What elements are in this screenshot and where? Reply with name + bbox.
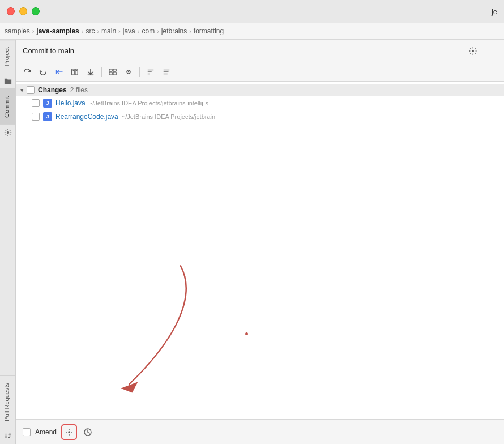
java-file-icon: J (43, 99, 52, 108)
commit-settings-button[interactable] (61, 424, 77, 440)
changes-group-header[interactable]: ▾ Changes 2 files (16, 84, 504, 96)
breadcrumb-item-java[interactable]: java (123, 27, 135, 35)
breadcrumb-item-formatting[interactable]: formatting (194, 27, 224, 35)
file2-path: ~/JetBrains IDEA Projects/jetbrain (122, 113, 215, 120)
content-area: Commit to main — (16, 40, 504, 444)
breadcrumb-item-com[interactable]: com (142, 27, 155, 35)
diff-button[interactable] (68, 65, 82, 79)
list-item[interactable]: J Hello.java ~/JetBrains IDEA Projects/j… (16, 96, 504, 110)
panel-title: Commit to main (23, 46, 74, 55)
svg-rect-7 (109, 69, 112, 71)
breadcrumb-item-main[interactable]: main (101, 27, 116, 35)
sidebar: Project Commit Pull Requests (0, 40, 16, 444)
file2-checkbox[interactable] (32, 113, 40, 121)
changes-label: Changes (38, 86, 67, 94)
arrow-annotation (16, 253, 504, 419)
chevron-down-icon: ▾ (20, 87, 23, 93)
refresh-button[interactable] (20, 65, 34, 79)
sort-button-1[interactable] (144, 65, 157, 79)
list-item[interactable]: J RearrangeCode.java ~/JetBrains IDEA Pr… (16, 110, 504, 123)
history-button[interactable] (82, 426, 94, 438)
svg-rect-10 (113, 72, 116, 74)
pull-requests-icon[interactable] (0, 428, 16, 444)
traffic-lights (7, 7, 40, 15)
breadcrumb-item-samples[interactable]: samples (5, 27, 30, 35)
sidebar-item-pull-requests[interactable]: Pull Requests (0, 375, 15, 428)
svg-point-12 (128, 71, 130, 72)
amend-checkbox[interactable] (23, 428, 31, 436)
svg-rect-3 (75, 69, 78, 75)
view-options-button[interactable] (122, 65, 135, 79)
file1-checkbox[interactable] (32, 99, 40, 107)
minimize-button[interactable] (19, 7, 27, 15)
svg-rect-2 (72, 69, 74, 75)
window-title: je (492, 7, 497, 16)
svg-rect-8 (113, 69, 116, 71)
undo-button[interactable] (36, 65, 50, 79)
changes-count: 2 files (70, 86, 88, 94)
bottom-bar: Amend (16, 419, 504, 444)
toolbar-divider-1 (101, 67, 102, 77)
title-bar: je (0, 0, 504, 23)
move-button[interactable]: ⇤ (52, 65, 66, 79)
folder-icon[interactable] (0, 73, 16, 89)
panel-minimize-button[interactable]: — (484, 45, 497, 57)
sort-button-2[interactable] (160, 65, 173, 79)
breadcrumb-item-jetbrains[interactable]: jetbrains (161, 27, 187, 35)
empty-area (16, 253, 504, 419)
changes-checkbox[interactable] (27, 86, 35, 94)
file2-name: RearrangeCode.java (55, 113, 118, 121)
file1-name: Hello.java (55, 99, 86, 107)
panel-header-actions: — (466, 45, 497, 57)
svg-point-1 (472, 50, 474, 52)
sidebar-item-project[interactable]: Project (0, 40, 15, 73)
panel-settings-button[interactable] (466, 45, 480, 57)
java-file-icon-2: J (43, 112, 52, 121)
svg-rect-9 (109, 72, 112, 74)
panel-header: Commit to main — (16, 40, 504, 62)
svg-point-0 (6, 131, 8, 134)
svg-point-20 (68, 431, 70, 433)
group-button[interactable] (106, 65, 119, 79)
sidebar-item-commit[interactable]: Commit (0, 89, 15, 125)
toolbar-divider-2 (139, 67, 140, 77)
breadcrumb-item-src[interactable]: src (86, 27, 95, 35)
maximize-button[interactable] (32, 7, 40, 15)
close-button[interactable] (7, 7, 15, 15)
breadcrumb-item-java-samples[interactable]: java-samples (36, 27, 79, 35)
toolbar: ⇤ (16, 62, 504, 82)
file-tree: ▾ Changes 2 files J Hello.java ~/JetBrai… (16, 82, 504, 253)
update-button[interactable] (84, 65, 97, 79)
file1-path: ~/JetBrains IDEA Projects/jetbrains-inte… (89, 100, 208, 106)
breadcrumb: samples › java-samples › src › main › ja… (0, 23, 504, 40)
settings-sidebar-icon[interactable] (0, 125, 16, 140)
annotation-dot (245, 332, 248, 335)
main-layout: Project Commit Pull Requests Commit to m… (0, 40, 504, 444)
amend-label: Amend (35, 428, 57, 436)
svg-marker-19 (121, 382, 138, 392)
